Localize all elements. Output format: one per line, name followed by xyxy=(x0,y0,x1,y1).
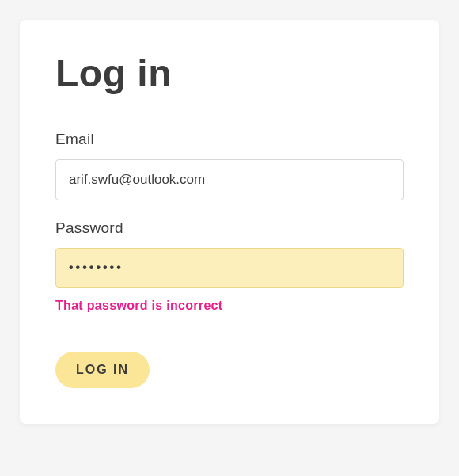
password-field[interactable] xyxy=(55,248,404,288)
email-field[interactable] xyxy=(55,159,404,200)
password-group: Password That password is incorrect xyxy=(55,219,404,313)
password-label: Password xyxy=(55,219,404,237)
page-title: Log in xyxy=(55,51,404,95)
email-label: Email xyxy=(55,131,404,148)
email-group: Email xyxy=(55,131,404,200)
password-error: That password is incorrect xyxy=(55,299,404,313)
login-card: Log in Email Password That password is i… xyxy=(20,20,439,424)
login-button[interactable]: LOG IN xyxy=(55,352,150,388)
